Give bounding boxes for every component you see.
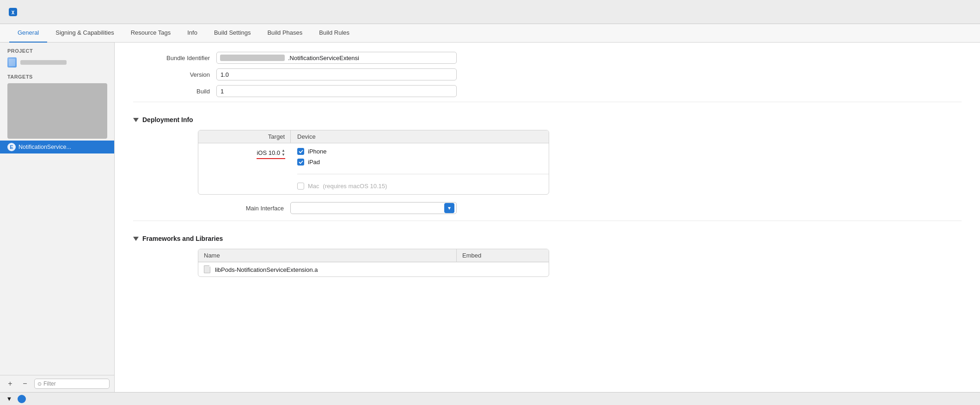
- version-label: Version: [133, 71, 216, 78]
- frameworks-table: Name Embed libPods-NotificationServiceEx…: [198, 249, 549, 277]
- tab-bar: General Signing & Capabilities Resource …: [0, 24, 980, 43]
- filter-icon: ⊙: [37, 381, 42, 387]
- ios-selector-cell: iOS 10.0 ▲ ▼: [198, 148, 291, 157]
- fw-name-column-header: Name: [198, 249, 456, 262]
- add-item-button[interactable]: +: [5, 378, 16, 389]
- ipad-label: iPad: [308, 159, 320, 166]
- targets-section-label: TARGETS: [0, 69, 114, 81]
- xcode-icon-button[interactable]: X: [6, 5, 20, 19]
- remove-item-button[interactable]: −: [19, 378, 31, 389]
- sidebar: PROJECT TARGETS E NotificationService...…: [0, 43, 115, 392]
- deployment-table-body: iOS 10.0 ▲ ▼: [198, 143, 549, 194]
- svg-text:X: X: [12, 10, 15, 16]
- device-divider: [297, 174, 549, 174]
- status-triangle-button[interactable]: ▼: [5, 394, 14, 404]
- project-item[interactable]: [0, 55, 114, 69]
- iphone-row: iPhone: [297, 148, 549, 155]
- filter-label: Filter: [43, 380, 56, 387]
- build-label: Build: [133, 88, 216, 95]
- bundle-id-row: Bundle Identifier .NotificationServiceEx…: [133, 52, 962, 64]
- tab-build-settings[interactable]: Build Settings: [206, 24, 259, 43]
- device-checkboxes: iPhone iPad Mac (requir: [291, 148, 549, 190]
- status-triangle-icon: ▼: [6, 395, 12, 402]
- separator-2: [133, 221, 962, 221]
- fw-file-icon-fold: [209, 265, 211, 267]
- deployment-info-header: Deployment Info: [133, 111, 962, 123]
- target-column-header: Target: [198, 130, 291, 143]
- frameworks-title: Frameworks and Libraries: [142, 235, 223, 242]
- ipad-check-icon: [299, 160, 303, 165]
- frameworks-triangle[interactable]: [133, 237, 139, 241]
- bundle-id-wrapper: .NotificationServiceExtensi: [216, 52, 457, 64]
- ios-version-dropdown[interactable]: iOS 10.0 ▲ ▼: [257, 149, 285, 157]
- framework-row[interactable]: libPods-NotificationServiceExtension.a: [198, 262, 549, 276]
- tab-info[interactable]: Info: [179, 24, 206, 43]
- mac-sublabel: (requires macOS 10.15): [323, 183, 387, 190]
- mac-row: Mac (requires macOS 10.15): [297, 183, 549, 190]
- ipad-checkbox[interactable]: [297, 159, 304, 166]
- iphone-check-icon: [299, 149, 303, 154]
- build-row: Build: [133, 85, 962, 97]
- project-file-icon: [7, 57, 17, 68]
- main-interface-row: Main Interface: [133, 202, 962, 214]
- frameworks-table-header: Name Embed: [198, 249, 549, 262]
- fw-file-name: libPods-NotificationServiceExtension.a: [215, 266, 543, 273]
- main-interface-dropdown[interactable]: [290, 202, 457, 214]
- sidebar-target-item[interactable]: E NotificationService...: [0, 141, 114, 153]
- xcode-icon: X: [8, 7, 18, 17]
- frameworks-header: Frameworks and Libraries: [133, 230, 962, 242]
- bundle-id-label: Bundle Identifier: [133, 55, 216, 61]
- deployment-table: Target Device iOS 10.0 ▲ ▼: [198, 130, 549, 195]
- ios-version-label: iOS 10.0: [257, 149, 280, 156]
- tab-general[interactable]: General: [9, 24, 47, 43]
- device-column-header: Device: [291, 130, 549, 143]
- tab-resource-tags[interactable]: Resource Tags: [122, 24, 179, 43]
- ipad-row: iPad: [297, 159, 549, 166]
- tab-build-phases[interactable]: Build Phases: [259, 24, 311, 43]
- deployment-table-header: Target Device: [198, 130, 549, 143]
- target-name: NotificationService...: [18, 144, 71, 150]
- deployment-info-triangle[interactable]: [133, 118, 139, 122]
- deployment-info-title: Deployment Info: [142, 116, 193, 123]
- target-circle-icon: E: [7, 143, 16, 151]
- mac-checkbox[interactable]: [297, 183, 304, 190]
- version-input[interactable]: [216, 68, 457, 80]
- tab-build-rules[interactable]: Build Rules: [311, 24, 358, 43]
- iphone-checkbox[interactable]: [297, 148, 304, 155]
- version-row: Version: [133, 68, 962, 80]
- dropdown-chevron-icon: [444, 203, 454, 213]
- main-layout: PROJECT TARGETS E NotificationService...…: [0, 43, 980, 392]
- main-interface-label: Main Interface: [133, 205, 290, 212]
- project-section-label: PROJECT: [0, 43, 114, 55]
- toolbar: X: [0, 0, 980, 24]
- iphone-label: iPhone: [308, 148, 326, 155]
- target-icon-area: [7, 83, 107, 139]
- red-underline: [257, 158, 285, 159]
- fw-embed-column-header: Embed: [456, 249, 549, 262]
- sidebar-bottom: + − ⊙ Filter: [0, 375, 114, 392]
- build-input[interactable]: [216, 85, 457, 97]
- ios-dropdown-arrows: ▲ ▼: [282, 149, 285, 157]
- tab-signing[interactable]: Signing & Capabilities: [47, 24, 122, 43]
- bundle-id-placeholder: [220, 55, 285, 61]
- status-blue-dot[interactable]: [18, 395, 26, 403]
- project-name-placeholder: [20, 60, 67, 65]
- status-bar: ▼: [0, 392, 980, 405]
- fw-file-icon: [204, 265, 211, 274]
- content-area: Bundle Identifier .NotificationServiceEx…: [115, 43, 980, 392]
- filter-box[interactable]: ⊙ Filter: [34, 379, 110, 389]
- mac-label: Mac: [308, 183, 319, 190]
- separator-1: [133, 102, 962, 102]
